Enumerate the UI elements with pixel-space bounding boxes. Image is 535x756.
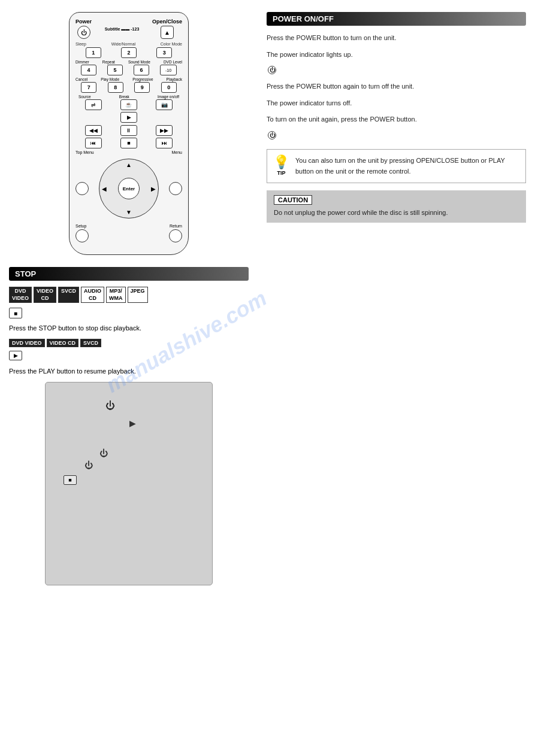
remote-power-button[interactable]: ⏻ [77, 26, 90, 39]
btn-4[interactable]: 4 [81, 65, 96, 75]
btn-2[interactable]: 2 [121, 47, 137, 58]
power-label: Power [75, 19, 92, 25]
btn-return[interactable] [169, 229, 182, 242]
diagram-power-icon-2: ⏻ [99, 448, 108, 458]
badge-small-dvd: DVD VIDEO [9, 339, 45, 347]
tip-text: You can also turn on the unit by pressin… [295, 156, 519, 177]
badge-dvd-video: DVDVIDEO [9, 287, 32, 303]
tip-label: TIP [277, 170, 285, 176]
transport-row-1: ◀◀ ⏸ ▶▶ [75, 125, 182, 136]
play-icon-small: ▶ [9, 351, 22, 360]
body-text-5: To turn on the unit again, press the POW… [267, 114, 526, 125]
number-row-1: 1 2 3 [75, 47, 182, 58]
row-labels-2: Dimmer Repeat Sound Mode DVD Level [75, 60, 182, 64]
diagram-play-icon: ▶ [129, 418, 136, 428]
stop-section-header: STOP [9, 267, 249, 281]
disc-badges-small: DVD VIDEO VIDEO CD SVCD [9, 339, 249, 347]
btn-9[interactable]: 9 [134, 82, 150, 93]
tip-box: 💡 TIP You can also turn on the unit by p… [267, 149, 526, 183]
badge-audio-cd: AUDIOCD [81, 287, 104, 303]
btn-3[interactable]: 3 [156, 47, 172, 58]
btn-pause[interactable]: ⏸ [120, 125, 137, 136]
function-row: ⇌ ☕ 📷 [75, 99, 182, 110]
row-labels-1: Sleep Wide/Normal Color Mode [75, 42, 182, 46]
nav-down-button[interactable]: ▼ [126, 209, 132, 215]
btn-minus10[interactable]: -10 [160, 65, 177, 75]
power-icon-right-1: ⏻ [268, 66, 276, 74]
caution-box: CAUTION Do not unplug the power cord whi… [267, 190, 526, 223]
nav-right-button[interactable]: ▶ [151, 186, 156, 192]
disc-type-badges: DVDVIDEO VIDEOCD SVCD AUDIOCD MP3/WMA JP… [9, 287, 249, 303]
btn-0[interactable]: 0 [161, 82, 177, 93]
body-text-2: The power indicator lights up. [267, 50, 526, 60]
btn-6[interactable]: 6 [134, 65, 149, 75]
badge-video-cd: VIDEOCD [34, 287, 56, 303]
device-diagram: ⏻ ▶ ⏻ ⏻ ■ [45, 382, 213, 585]
badge-jpeg: JPEG [128, 287, 148, 303]
tip-icon: 💡 TIP [273, 156, 289, 176]
number-row-2: 4 5 6 -10 [75, 65, 182, 75]
body-text-4: The power indicator turns off. [267, 98, 526, 109]
right-column: POWER ON/OFF Press the POWER button to t… [258, 0, 535, 756]
btn-ffw[interactable]: ▶▶ [156, 125, 173, 136]
btn-break[interactable]: ☕ [120, 99, 137, 110]
diagram-power-icon-1: ⏻ [105, 400, 115, 411]
open-close-label: Open/Close [152, 19, 182, 25]
btn-5[interactable]: 5 [107, 65, 123, 75]
btn-play[interactable]: ▶ [120, 112, 137, 123]
nav-up-button[interactable]: ▲ [126, 162, 132, 168]
body-text-3: Press the POWER button again to turn off… [267, 81, 526, 92]
left-column: Power ⏻ Subtitle ▬▬ -123 Open/Close ▲ Sl… [0, 0, 258, 756]
caution-label: CAUTION [274, 195, 312, 205]
badge-mp3-wma: MP3/WMA [106, 287, 126, 303]
btn-8[interactable]: 8 [108, 82, 123, 93]
setup-return-labels: Setup Return [75, 224, 182, 228]
tip-bulb-icon: 💡 [273, 156, 289, 169]
diagram-power-icon-3: ⏻ [84, 460, 93, 470]
stop-button-icon: ■ [9, 308, 22, 318]
diagram-stop-icon: ■ [64, 475, 77, 485]
remote-container: Power ⏻ Subtitle ▬▬ -123 Open/Close ▲ Sl… [9, 12, 249, 255]
power-section-header: POWER ON/OFF [267, 12, 526, 26]
badge-small-svcd: SVCD [80, 339, 101, 347]
row-labels-3: Cancel Play Mode Progressive Playback [75, 77, 182, 81]
btn-stop[interactable]: ■ [120, 138, 137, 148]
subtitle-indicator: Subtitle ▬▬ -123 [105, 27, 140, 31]
nav-left-button[interactable]: ◀ [102, 186, 107, 192]
btn-rew[interactable]: ◀◀ [85, 125, 102, 136]
transport-row-2: ⏮ ■ ⏭ [75, 138, 182, 148]
badge-small-video-cd: VIDEO CD [47, 339, 79, 347]
caution-text: Do not unplug the power cord while the d… [274, 208, 519, 218]
remote-control: Power ⏻ Subtitle ▬▬ -123 Open/Close ▲ Sl… [69, 12, 189, 255]
btn-source[interactable]: ⇌ [85, 99, 102, 110]
btn-1[interactable]: 1 [86, 47, 101, 58]
btn-7[interactable]: 7 [81, 82, 96, 93]
badge-svcd: SVCD [58, 287, 79, 303]
btn-setup[interactable] [75, 229, 89, 242]
btn-prev[interactable]: ⏮ [85, 138, 102, 148]
btn-next[interactable]: ⏭ [156, 138, 173, 148]
number-row-3: 7 8 9 0 [75, 82, 182, 93]
btn-menu[interactable] [169, 182, 182, 195]
menu-labels: Top Menu Menu [75, 150, 182, 154]
play-row: ▶ [75, 112, 182, 123]
row-labels-4: Source Break Image on/off [75, 95, 182, 99]
play-description: Press the PLAY button to resume playback… [9, 366, 249, 377]
btn-image[interactable]: 📷 [156, 99, 173, 110]
nav-enter-button[interactable]: Enter [118, 178, 140, 199]
stop-description: Press the STOP button to stop disc playb… [9, 323, 249, 334]
btn-top-menu[interactable] [75, 182, 89, 195]
remote-open-close-button[interactable]: ▲ [161, 26, 174, 39]
power-icon-right-2: ⏻ [268, 131, 276, 139]
nav-ring-container: ▲ ▼ ◀ ▶ Enter [99, 159, 159, 218]
body-text-1: Press the POWER button to turn on the un… [267, 33, 526, 44]
